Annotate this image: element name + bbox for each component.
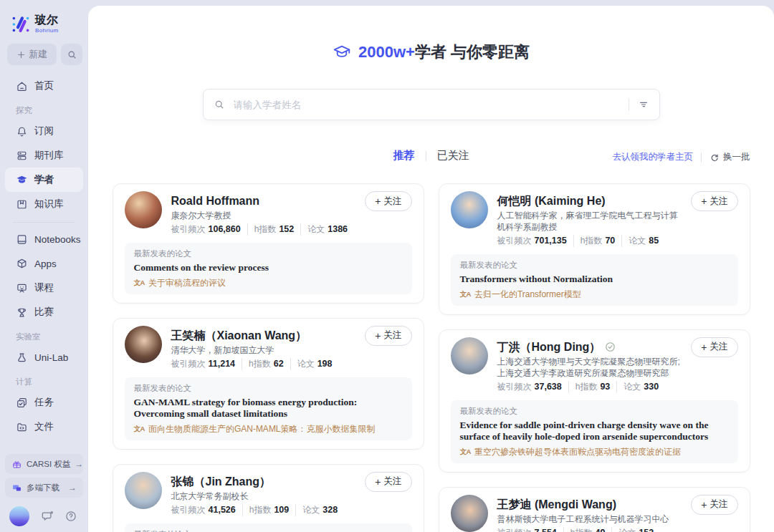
devices-icon — [11, 483, 22, 493]
sidebar-item-tasks[interactable]: 任务 — [0, 390, 88, 415]
paper-translation: 文A面向生物质能源生产的GAN-MAML策略：克服小数据集限制 — [134, 423, 403, 435]
sidebar-section-lab: 实验室 — [0, 324, 88, 345]
sidebar-item-unilab[interactable]: Uni-Lab — [0, 345, 88, 369]
follow-button[interactable]: +关注 — [365, 191, 411, 211]
scholar-avatar — [451, 337, 488, 374]
sidebar-item-notebooks[interactable]: Notebooks — [0, 227, 88, 251]
latest-paper-label: 最新发表的论文 — [134, 248, 403, 259]
new-button[interactable]: 新建 — [7, 44, 57, 65]
refresh-icon — [710, 153, 720, 163]
latest-paper-box: 最新发表的论文 Transformers without Normalizati… — [451, 254, 738, 306]
sidebar-divider — [13, 222, 75, 223]
home-icon — [16, 80, 28, 92]
arrow-right-icon: → — [68, 483, 77, 493]
latest-paper-label: 最新发表的论文 — [134, 382, 403, 394]
tasks-icon — [16, 397, 28, 409]
graduation-cap-icon — [16, 174, 28, 186]
scholar-card[interactable]: 王笑楠（Xiaonan Wang） 清华大学，新加坡国立大学 被引频次11,21… — [113, 318, 424, 450]
sidebar-item-subscribe[interactable]: 订阅 — [0, 119, 88, 143]
follow-button[interactable]: +关注 — [365, 472, 411, 492]
scholar-stats: 被引频次106,860 h指数152 论文1386 — [171, 223, 358, 236]
latest-paper-label: 最新发表的论文 — [134, 528, 403, 532]
plus-icon — [16, 50, 26, 59]
follow-button[interactable]: +关注 — [365, 326, 411, 346]
divider — [426, 151, 426, 161]
flask-icon — [16, 352, 28, 364]
feedback-chat-icon[interactable] — [41, 510, 54, 523]
sidebar-nav: 首页 探究 订阅 期刊库 学者 知识库 Notebooks Apps — [0, 74, 88, 439]
scholar-name: 何恺明 (Kaiming He) — [497, 193, 606, 208]
multi-device-download-button[interactable]: 多端下载 → — [5, 478, 83, 498]
plus-icon: + — [701, 196, 707, 206]
cards-column-right: 何恺明 (Kaiming He) 人工智能科学家，麻省理工学院电气工程与计算机科… — [439, 183, 750, 532]
bohrium-logo-icon — [11, 15, 30, 34]
scholar-card[interactable]: Roald Hoffmann 康奈尔大学教授 被引频次106,860 h指数15… — [113, 183, 424, 304]
translate-icon: 文A — [134, 423, 145, 434]
translate-icon: 文A — [460, 289, 471, 299]
app-logo[interactable]: 玻尔 Bohrium — [0, 0, 88, 34]
gift-icon — [11, 459, 22, 470]
scholar-card[interactable]: 张锦（Jin Zhang） 北京大学常务副校长 被引频次41,526 h指数10… — [113, 464, 424, 532]
sidebar-item-apps[interactable]: Apps — [0, 251, 88, 276]
sidebar-search-button[interactable] — [61, 44, 82, 65]
latest-paper-label: 最新发表的论文 — [460, 259, 729, 271]
sidebar-item-files[interactable]: 文件 — [0, 415, 88, 439]
arrow-right-icon: → — [75, 459, 83, 469]
divider — [629, 98, 629, 111]
scholar-card[interactable]: 丁洪（Hong Ding） 上海交通大学物理与天文学院凝聚态物理研究所;上海交通… — [439, 329, 750, 473]
cards-column-left: Roald Hoffmann 康奈尔大学教授 被引频次106,860 h指数15… — [113, 183, 424, 532]
scholar-name: Roald Hoffmann — [171, 193, 260, 208]
filter-button[interactable] — [638, 99, 649, 110]
scholar-stats: 被引频次7,554 h指数49 论文152 — [497, 527, 684, 532]
scholar-card[interactable]: 王梦迪 (Mengdi Wang) 普林斯顿大学电子工程系统计与机器学习中心 被… — [439, 487, 750, 532]
plus-icon: + — [375, 477, 381, 487]
bell-icon — [16, 125, 28, 137]
scholar-stats: 被引频次41,526 h指数109 论文328 — [171, 504, 358, 516]
shuffle-button[interactable]: 换一批 — [710, 151, 750, 163]
paper-title: Evidence for saddle point-driven charge … — [460, 420, 729, 443]
cube-icon — [16, 258, 28, 270]
scholar-avatar — [125, 326, 162, 363]
scholar-avatar — [125, 191, 162, 228]
tabs-row: 推荐 已关注 去认领我的学者主页 换一批 — [113, 149, 750, 166]
user-avatar[interactable] — [9, 506, 29, 526]
claim-scholar-page-link[interactable]: 去认领我的学者主页 — [613, 151, 694, 163]
sidebar-item-knowledge[interactable]: 知识库 — [0, 192, 88, 216]
page-title: 2000w+学者 与你零距离 — [358, 42, 530, 63]
sidebar-item-competitions[interactable]: 比赛 — [0, 300, 88, 324]
paper-translation: 文A去归一化的Transformer模型 — [460, 289, 729, 300]
scholar-affiliation: 上海交通大学物理与天文学院凝聚态物理研究所;上海交通大学李政道研究所凝聚态物理研… — [497, 356, 684, 379]
follow-button[interactable]: +关注 — [691, 191, 737, 211]
scholar-avatar — [125, 472, 162, 509]
scholar-name: 王笑楠（Xiaonan Wang） — [171, 328, 307, 343]
sidebar-item-journals[interactable]: 期刊库 — [0, 143, 88, 168]
sidebar-item-scholars[interactable]: 学者 — [5, 168, 83, 192]
scholar-search-bar[interactable] — [203, 89, 660, 120]
scholar-name: 张锦（Jin Zhang） — [171, 474, 272, 489]
follow-button[interactable]: +关注 — [691, 495, 737, 515]
paper-title: Comments on the review process — [134, 262, 403, 274]
paper-translation: 文A关于审稿流程的评议 — [134, 277, 403, 289]
app-name-en: Bohrium — [35, 27, 59, 34]
latest-paper-box: 最新发表的论文 Carbon nanotube–directed 7 GPa h… — [125, 523, 412, 532]
plus-icon: + — [701, 342, 707, 352]
main-panel: 2000w+学者 与你零距离 推荐 已关注 去认领我的学者主页 换一批 — [88, 6, 774, 532]
folder-code-icon — [16, 421, 28, 433]
paper-translation: 文A重空穴掺杂铁砷超导体表面鞍点驱动电荷密度波的证据 — [460, 446, 729, 458]
scholar-card[interactable]: 何恺明 (Kaiming He) 人工智能科学家，麻省理工学院电气工程与计算机科… — [439, 183, 750, 315]
tab-followed[interactable]: 已关注 — [437, 149, 469, 163]
sidebar-item-home[interactable]: 首页 — [0, 74, 88, 98]
follow-button[interactable]: +关注 — [691, 337, 737, 357]
tab-recommended[interactable]: 推荐 — [393, 149, 415, 163]
graduation-cap-outline-icon — [333, 43, 351, 62]
scholar-search-input[interactable] — [232, 99, 623, 111]
sidebar: 玻尔 Bohrium 新建 首页 探究 订阅 期刊库 学者 — [0, 0, 88, 532]
scholar-stats: 被引频次11,214 h指数62 论文198 — [171, 358, 358, 370]
scholar-cards: Roald Hoffmann 康奈尔大学教授 被引频次106,860 h指数15… — [113, 183, 750, 532]
help-icon[interactable] — [64, 510, 77, 523]
scholar-avatar — [451, 495, 488, 532]
sidebar-item-courses[interactable]: 课程 — [0, 276, 88, 300]
carsi-promo-button[interactable]: CARSI 权益 → — [5, 454, 83, 474]
scholar-affiliation: 普林斯顿大学电子工程系统计与机器学习中心 — [497, 513, 684, 525]
latest-paper-label: 最新发表的论文 — [460, 405, 729, 417]
